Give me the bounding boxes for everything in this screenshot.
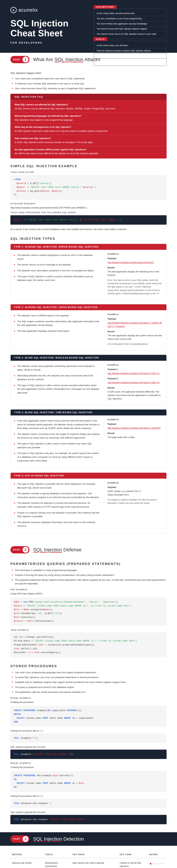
hero-title: SQL Injection Cheat Sheet [10, 19, 83, 38]
faq-item: Do web application firewalls (WAF) prote… [10, 146, 167, 157]
faq-box: SQL INJECTION FAQ What SQL servers are a… [10, 94, 167, 158]
assumption-item: You need to know how SQL injection attac… [94, 26, 167, 32]
example-item: If a request is made to example.com afte… [108, 498, 163, 505]
list-item: The attacker accesses database informati… [12, 521, 100, 528]
example-item: 8.0.22-0ubuntu0.20.04.2 ubuntu@localhost [108, 342, 163, 346]
list-item: If there is a request coming once the pa… [12, 511, 100, 518]
example-label: EXAMPLE: [108, 418, 163, 421]
list-item: Instead of forming the query by using st… [12, 574, 167, 577]
faq-header: SQL INJECTION FAQ [10, 94, 167, 100]
faq-item: How common are SQL injections?In 2020, S… [10, 135, 167, 146]
injection-type-box: TYPE 3: OUT-OF-BAND SQL INJECTIONThis ty… [10, 472, 167, 534]
payload-link[interactable]: http://testphp.vulnweb.com/artists.php?a… [108, 322, 162, 328]
assumptions-box: ASSUMPTIONS In this cheat sheet, we will… [94, 5, 167, 39]
mssql-fail-code: EXEC database.dbo.example 0;DELETE FROM … [10, 815, 167, 824]
processed-query: $query = "SELECT user FROM users WHERE u… [10, 215, 167, 225]
list-item: The attacker uses a UNION clause in the … [12, 314, 100, 317]
list-item: This type of SQL injection is often used… [12, 383, 100, 395]
type-header: TYPE 3: OUT-OF-BAND SQL INJECTION [10, 473, 167, 478]
example-item: Error: You have an error in your SQL syn… [108, 279, 163, 295]
list-item: The attacker includes a special database… [12, 492, 100, 499]
goal-item: How to fix your code that has SQL inject… [94, 54, 167, 59]
p1-intro: SQL injections happen when: [10, 72, 167, 74]
table-header: KEY CONS [118, 851, 147, 858]
mssql-call-code: EXEC database.dbo.example 1; [10, 799, 167, 808]
part3-title: SQL Injection Detection [33, 836, 84, 842]
example-item: Result:In both cases, the application be… [108, 386, 163, 401]
example-label: EXAMPLE: [108, 253, 163, 256]
example-item: Payload:EXEC master..xp_cmdshell 'Dir C:… [108, 486, 163, 496]
table-row: Manual code reviewDevelopment environmen… [10, 858, 167, 868]
part-label: PART [13, 549, 21, 551]
goals-label: GOALS [94, 37, 107, 41]
java-code: int id = Integer.parseInt(id); String qu… [10, 632, 167, 657]
payload-link[interactable]: http://testphp.vulnweb.com/listproducts.… [108, 261, 154, 264]
php-note: Using PHP Data Objects (PDO): [10, 592, 167, 596]
php-example-label: PHP EXAMPLE [10, 589, 167, 591]
list-item: Your code uses unsanitized data from use… [12, 77, 167, 81]
part1-title: What Are SQL Injection Attacks [33, 57, 100, 62]
code-label: YOUR CODE IN PHP: [10, 171, 167, 173]
php-pdo-code: $dbh = new PDO('mysql:host=localhost;dbn… [10, 597, 167, 626]
faq-list: What SQL servers are affected by SQL inj… [10, 100, 167, 158]
part2-badge: PART 2 [10, 546, 30, 553]
table-header: RATING [147, 851, 167, 858]
list-item: The web application displays sensitive i… [12, 329, 100, 333]
payload-link[interactable]: http://testphp.vulnweb.com/artists.php?a… [108, 372, 160, 375]
assumption-item: You are a developer or you know programm… [94, 16, 167, 21]
php-code: <?PHP $userid = $_GET["userid"]; $query … [10, 175, 167, 199]
list-item: This type of SQL injection is possible o… [12, 482, 100, 490]
example-item: Result:The page loads with a delay. [108, 432, 163, 439]
part3-badge: PART 3 [10, 835, 30, 843]
simple-example-title: SIMPLE SQL INJECTION EXAMPLE [10, 164, 167, 168]
mysql-label: MYSQL EXAMPLE [10, 697, 167, 699]
goal-item: How to avoid SQL injection vulnerabiliti… [94, 59, 167, 64]
assumptions-label: ASSUMPTIONS [94, 5, 116, 9]
payload-link[interactable]: http://testphp.vulnweb.com/artists.php?a… [108, 381, 160, 384]
part2-body: PARAMETERIZED QUERIES (PREPARED STATEMEN… [0, 557, 177, 832]
payload-link[interactable]: http://testphp.vulnweb.com/artists.php?a… [108, 427, 161, 429]
list-item: To avoid SQL injections, you must use pr… [12, 676, 167, 679]
result-text: As a result, if the current user (curren… [10, 227, 167, 231]
detection-table: METHODTOOLSKEY PROSKEY CONSRATING Manual… [10, 851, 167, 868]
part-label: PART [13, 838, 21, 840]
list-item: The SQL engine combines sensitive inform… [12, 319, 100, 327]
call-label: Calling the procedure with id = 1: [10, 730, 167, 732]
brand-name: acunetix [19, 7, 38, 13]
example-label: EXAMPLE: [108, 482, 163, 485]
list-item: If the web application doesn't return er… [12, 419, 100, 430]
goals-box: GOALS In this cheat sheet, you will lear… [94, 37, 167, 66]
example-item: Payload 2:http://testphp.vulnweb.com/art… [108, 377, 163, 384]
list-item: Available only for database engines that… [12, 681, 167, 684]
example-label: EXAMPLE: [108, 313, 163, 316]
part3-number: 3 [23, 836, 29, 842]
example-label: EXAMPLE: [108, 364, 163, 367]
part3-body: METHODTOOLSKEY PROSKEY CONSRATING Manual… [0, 846, 177, 868]
part1-number: 1 [23, 57, 29, 62]
code-label: ATTACKER REQUEST: [10, 203, 167, 205]
stored-title: STORED PROCEDURES [10, 664, 167, 668]
java-example-label: JAVA EXAMPLE [10, 629, 167, 631]
list-item: The attacker monitors for attempts to co… [12, 501, 100, 509]
goal-item: How do malicious hackers conduct SQL inj… [94, 48, 167, 54]
code-label: YOUR CODE PROCESSES THE FOLLOWING SQL QU… [10, 212, 167, 214]
list-item: The attacker draws conclusions from the … [12, 432, 100, 440]
part3-header: PART 3 SQL Injection Detection [0, 832, 177, 846]
list-item: The prepared statements library replaces… [12, 578, 167, 585]
table-header: TOOLS [43, 851, 71, 858]
example-item: Payload:http://testphp.vulnweb.com/artis… [108, 317, 163, 328]
list-item: The query is prepared and stored in the … [12, 686, 167, 689]
faq-item: What programming languages are affected … [10, 113, 167, 124]
create-proc-label: Creating the procedure: [10, 701, 167, 704]
type-header: TYPE 1: IN-BAND SQL INJECTION: UNION-BAS… [10, 304, 167, 310]
example-item: Result:The web application displays the … [108, 330, 163, 341]
faq-item: What may be the consequences of an SQL i… [10, 124, 167, 135]
list-item: The server returns an error message to t… [12, 263, 100, 267]
list-item: The attacker sends a request designed to… [12, 253, 100, 261]
p1-bullets: Your code uses unsanitized data from use… [12, 77, 167, 90]
list-item: Alternating between the two, the attacke… [12, 374, 100, 381]
mysql-fail-code: CALL example("0;DELETE FROM users WHERE … [10, 750, 167, 759]
attacker-request: http://www.example.com/test.php?userid=0… [10, 207, 167, 209]
list-item: This technique is available in many prog… [12, 568, 167, 572]
part1-body: SQL injections happen when: Your code us… [0, 66, 177, 543]
